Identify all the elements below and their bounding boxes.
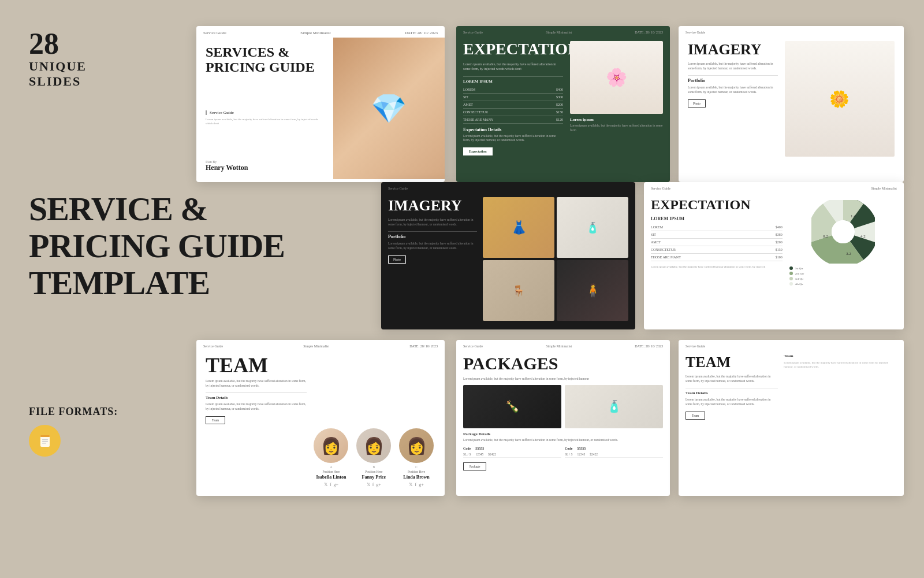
slide7-table: Code55555 SL / S12345$2422 Code55555 SL … xyxy=(463,446,663,458)
slide2-left: EXPECTATION Lorem ipsum available, but t… xyxy=(463,41,563,173)
slide1-service-label: Service Guide xyxy=(206,110,324,115)
legend-item: 1st Qtr xyxy=(789,266,897,270)
svg-rect-2 xyxy=(42,439,48,440)
slide-expectation-dark: Service Guide Simple Minimalist DATE: 28… xyxy=(456,26,670,182)
slide3-left: IMAGERY Lorem ipsum available, but the m… xyxy=(688,41,778,157)
flower-icon: 🌸 xyxy=(570,41,663,114)
slide4-image-woman-yellow: 👗 xyxy=(483,197,554,258)
slide7-body: PACKAGES Lorem ipsum available, but the … xyxy=(456,350,670,492)
table-row: SL / S12345$2422 xyxy=(463,451,561,458)
slide5-body: EXPECTATION LOREM IPSUM LOREM$400 SIT$38… xyxy=(644,192,904,325)
table-row: SL / S12345$2422 xyxy=(565,451,663,458)
bottles-icon: 🧴 xyxy=(557,197,628,258)
slide8-body: TEAM Lorem ipsum available, but the majo… xyxy=(679,350,904,492)
member-a-name: Isabella Linton xyxy=(312,475,351,480)
member-c-position: Position Here xyxy=(397,470,435,473)
slide4-photo-btn[interactable]: Photo xyxy=(388,255,406,264)
slide3-title: IMAGERY xyxy=(688,41,778,58)
slide4-title: IMAGERY xyxy=(388,197,477,214)
slide4-image-chairs: 🪑 xyxy=(483,260,554,321)
slide4-header-left: Service Guide xyxy=(388,187,408,190)
jewelry-image: 💎 xyxy=(333,38,445,179)
slide7-header-right: DATE: 28/ 10/ 2023 xyxy=(635,344,663,348)
file-formats-label: FILE FORMATS: xyxy=(29,406,118,418)
slide6-team-details-label: Team Details xyxy=(206,395,307,400)
slide1-plan: Plan By Henry Wotton xyxy=(206,160,324,172)
slide7-table-col-1: Code55555 SL / S12345$2422 xyxy=(463,446,561,458)
slide7-package-btn[interactable]: Package xyxy=(463,462,486,470)
svg-text:4.2: 4.2 xyxy=(860,234,866,239)
slide7-header-center: Simple Minimalist xyxy=(546,344,572,348)
slide1-header: Service Guide Simple Minimalist DATE: 28… xyxy=(196,26,445,38)
slide4-left: IMAGERY Lorem ipsum available, but the m… xyxy=(388,197,477,321)
legend-label-1st: 1st Qtr xyxy=(795,267,803,270)
slide2-header-left: Service Guide xyxy=(463,31,483,34)
slide1-service-desc: Lorem ipsum available, but the majority … xyxy=(206,117,324,125)
packages-bottles-image: 🍾 xyxy=(463,385,561,428)
necklace-icon: 💎 xyxy=(371,92,407,125)
svg-point-9 xyxy=(832,220,855,243)
slide1-body: SERVICES & PRICING GUIDE Service Guide L… xyxy=(196,38,445,179)
slide6-title: TEAM xyxy=(206,355,307,376)
slide8-team-details-text: Lorem ipsum available, but the majority … xyxy=(685,398,778,406)
facebook-icon: f xyxy=(330,482,331,487)
slide1-left: SERVICES & PRICING GUIDE Service Guide L… xyxy=(196,38,333,179)
file-formats-section: FILE FORMATS: xyxy=(29,406,118,457)
svg-rect-4 xyxy=(42,443,46,444)
table-row: THOSE ARE MANY$100 xyxy=(651,254,783,261)
member-b-position: Position Here xyxy=(355,470,393,473)
table-row: SIT$300 xyxy=(463,94,563,101)
slide-services-pricing: Service Guide Simple Minimalist DATE: 28… xyxy=(196,26,445,182)
slide5-header: Service Guide Simple Minimalist xyxy=(644,182,904,192)
slide6-members: 👩 A Position Here Isabella Linton 𝕏 f g+… xyxy=(312,355,435,487)
member-a-social: 𝕏 f g+ xyxy=(312,482,351,487)
avatar-fanny: 👩 xyxy=(356,428,391,463)
member-b-social: 𝕏 f g+ xyxy=(355,482,393,487)
slides-label-line2: SLIDES xyxy=(29,74,87,89)
slide2-expectation-btn[interactable]: Expectation xyxy=(463,147,493,155)
slide2-header-right: DATE: 28/ 10/ 2023 xyxy=(635,31,663,34)
legend-item: 4th Qtr xyxy=(789,282,897,286)
slide3-desc: Lorem ipsum available, but the majority … xyxy=(688,62,778,71)
legend-dot-2nd xyxy=(789,272,793,275)
slide8-right: Team Lorem ipsum available, but the majo… xyxy=(784,354,897,488)
slide3-header: Service Guide xyxy=(679,26,904,36)
slide6-header-left: Service Guide xyxy=(203,344,223,348)
slide3-body: IMAGERY Lorem ipsum available, but the m… xyxy=(679,36,904,161)
slide2-details-title: Expectation Details xyxy=(463,127,563,132)
slide2-right: 🌸 Lorem Ipsum Lorem ipsum available, but… xyxy=(570,41,663,173)
slide1-title: SERVICES & PRICING GUIDE xyxy=(206,45,324,75)
slide4-portfolio-text: Lorem ipsum available, but the majority … xyxy=(388,242,477,250)
legend-label-3rd: 3rd Qtr xyxy=(795,277,804,280)
slide8-header-left: Service Guide xyxy=(685,344,705,348)
slide5-right: 1.4 4.2 3.2 0.2 1st Qtr 2nd Qtr 3rd Qtr xyxy=(789,197,897,321)
table-row: AMET$200 xyxy=(463,101,563,109)
twitter-icon: 𝕏 xyxy=(409,482,412,487)
svg-text:1.4: 1.4 xyxy=(851,214,856,218)
svg-text:3.2: 3.2 xyxy=(846,251,851,256)
googleplus-icon: g+ xyxy=(334,482,339,487)
slide3-portfolio-text: Lorem ipsum available, but the majority … xyxy=(688,86,778,94)
slide7-images: 🍾 🧴 xyxy=(463,385,663,428)
slide3-photo-btn[interactable]: Photo xyxy=(688,99,706,108)
slide5-title: EXPECTATION xyxy=(651,197,783,213)
slide2-right-desc: Lorem ipsum available, but the majority … xyxy=(570,124,663,132)
legend-dot-4th xyxy=(789,282,793,286)
slide6-team-btn[interactable]: Team xyxy=(206,416,225,424)
woman-dark-icon: 🧍 xyxy=(557,260,628,321)
slide6-desc: Lorem ipsum available, but the majority … xyxy=(206,379,307,388)
slide4-image-bottles: 🧴 xyxy=(557,197,628,258)
slide-imagery-dark: Service Guide IMAGERY Lorem ipsum availa… xyxy=(381,182,635,329)
slide2-flower-image: 🌸 xyxy=(570,41,663,114)
slide1-service-detail: Service Guide Lorem ipsum available, but… xyxy=(206,110,324,125)
slide1-header-center: Simple Minimalist xyxy=(300,31,330,35)
slide8-desc: Lorem ipsum available, but the majority … xyxy=(685,375,778,383)
facebook-icon: f xyxy=(372,482,374,487)
table-row: CONSECTETUR$150 xyxy=(651,246,783,254)
slide7-pkg-details-text: Lorem ipsum available, but the majority … xyxy=(463,438,663,443)
slide8-team-btn[interactable]: Team xyxy=(685,412,705,420)
table-row: SIT$380 xyxy=(651,231,783,239)
slide8-title: TEAM xyxy=(685,354,778,371)
svg-rect-1 xyxy=(40,435,50,437)
slide2-title: EXPECTATION xyxy=(463,41,563,57)
